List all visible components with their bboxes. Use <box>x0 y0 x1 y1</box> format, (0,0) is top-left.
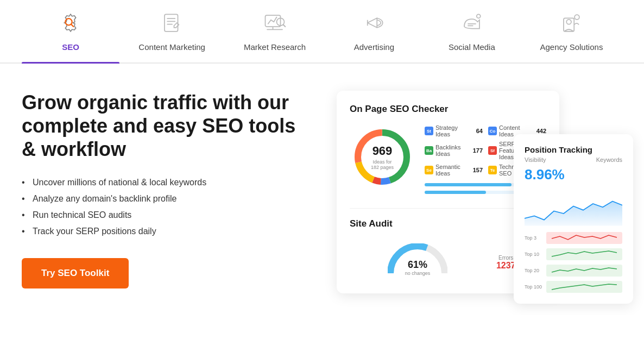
bullet-1: Uncover millions of national & local key… <box>22 178 304 187</box>
site-audit-pct: 61% <box>408 259 427 270</box>
left-section: Grow organic traffic with our complete a… <box>22 91 304 288</box>
seo-icon <box>58 10 84 36</box>
tab-content-marketing[interactable]: Content Marketing <box>119 0 224 62</box>
bullet-3: Run technical SEO audits <box>22 210 304 220</box>
tab-agency-solutions-label: Agency Solutions <box>540 42 603 52</box>
svg-line-10 <box>283 25 286 27</box>
top3-label: Top 3 <box>525 235 543 241</box>
tab-content-marketing-label: Content Marketing <box>138 42 205 52</box>
top10-bar <box>546 248 622 260</box>
top100-label: Top 100 <box>525 284 543 290</box>
site-audit-gauge: 61% no changes <box>388 243 447 276</box>
top100-bar <box>546 281 622 293</box>
tab-market-research[interactable]: Market Research <box>224 0 325 62</box>
backlinks-badge: Ba <box>425 146 433 155</box>
svg-rect-2 <box>165 14 178 32</box>
strategy-count: 64 <box>476 128 483 134</box>
strategy-name: Strategy Ideas <box>435 124 474 137</box>
top3-bar <box>546 232 622 244</box>
keywords-mini-charts: Top 3 Top 10 Top 2 <box>525 232 622 293</box>
tab-market-research-label: Market Research <box>244 42 306 52</box>
social-media-icon <box>459 10 485 36</box>
semantic-badge: Se <box>425 166 433 174</box>
strategy-badge: St <box>425 127 433 135</box>
serp-badge: Sf <box>488 146 497 155</box>
backlinks-count: 177 <box>473 147 483 154</box>
legend-semantic: Se Semantic Ideas 157 <box>425 164 483 177</box>
technical-badge: Te <box>488 166 497 174</box>
errors-label: Errors <box>496 255 516 261</box>
right-section: On Page SEO Checker <box>337 91 622 293</box>
tab-agency-solutions[interactable]: Agency Solutions <box>521 0 622 62</box>
tab-seo-label: SEO <box>62 42 79 52</box>
tab-social-media-label: Social Media <box>449 42 495 52</box>
seo-checker-title: On Page SEO Checker <box>350 104 546 115</box>
visibility-label: Visibility <box>525 156 565 163</box>
legend-backlinks: Ba Backlinks Ideas 177 <box>425 141 483 160</box>
svg-point-16 <box>575 15 580 20</box>
top3-row: Top 3 <box>525 232 622 244</box>
content-count: 442 <box>536 128 546 134</box>
top100-row: Top 100 <box>525 281 622 293</box>
main-content: Grow organic traffic with our complete a… <box>0 64 644 315</box>
tab-advertising[interactable]: Advertising <box>325 0 423 62</box>
nav-tabs: SEO Content Marketing <box>0 0 644 64</box>
content-badge: Co <box>488 127 497 135</box>
semantic-name: Semantic Ideas <box>435 164 471 177</box>
legend-strategy: St Strategy Ideas 64 <box>425 124 483 137</box>
position-area-chart <box>525 190 622 228</box>
bullet-2: Analyze any domain's backlink profile <box>22 194 304 204</box>
svg-point-15 <box>567 20 572 24</box>
bullet-4: Track your SERP positions daily <box>22 227 304 236</box>
tab-seo[interactable]: SEO <box>22 0 119 62</box>
keywords-label: Keywords <box>596 156 622 163</box>
errors-value: 1237 <box>496 261 516 271</box>
site-audit-sub: no changes <box>405 271 431 276</box>
svg-point-13 <box>477 14 481 18</box>
position-tracking-card: Position Tracking Visibility 8.96% Keywo… <box>514 134 633 304</box>
tab-social-media[interactable]: Social Media <box>423 0 521 62</box>
agency-solutions-icon <box>558 10 584 36</box>
feature-list: Uncover millions of national & local key… <box>22 178 304 236</box>
tab-advertising-label: Advertising <box>354 42 394 52</box>
top20-row: Top 20 <box>525 265 622 277</box>
donut-number: 969 <box>371 144 394 158</box>
top10-row: Top 10 <box>525 248 622 260</box>
visibility-value: 8.96% <box>525 166 565 183</box>
content-marketing-icon <box>159 10 185 36</box>
top20-label: Top 20 <box>525 268 543 273</box>
donut-sub: Ideas for182 pages <box>371 159 394 170</box>
hero-headline: Grow organic traffic with our complete a… <box>22 91 304 161</box>
semantic-count: 157 <box>473 167 483 173</box>
cta-button[interactable]: Try SEO Toolkit <box>22 258 129 288</box>
errors-stat: Errors 1237 <box>496 255 516 271</box>
market-research-icon <box>262 10 288 36</box>
svg-line-1 <box>71 24 73 27</box>
advertising-icon <box>361 10 387 36</box>
donut-chart: 969 Ideas for182 pages <box>350 124 415 190</box>
top20-bar <box>546 265 622 277</box>
top10-label: Top 10 <box>525 252 543 257</box>
backlinks-name: Backlinks Ideas <box>435 144 471 157</box>
position-tracking-title: Position Tracking <box>525 145 622 154</box>
